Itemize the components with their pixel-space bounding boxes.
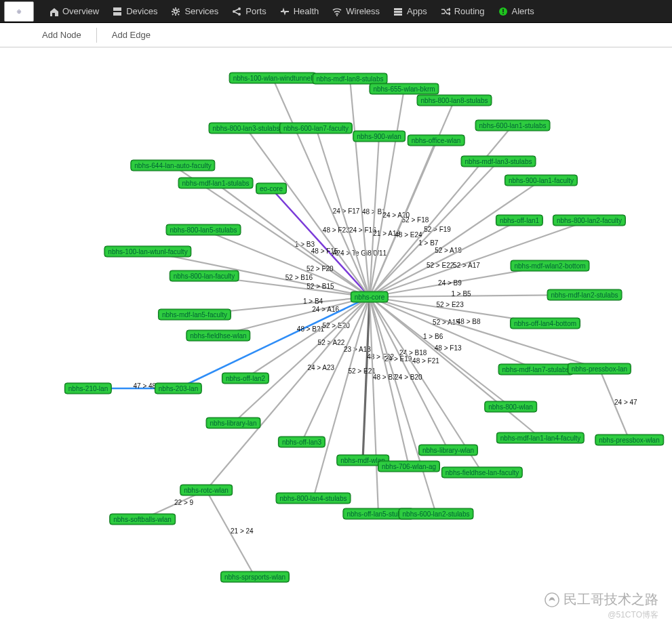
edge-label: 24 > A23 xyxy=(307,364,334,371)
edge-label: 52 > A17 xyxy=(453,262,480,269)
graph-node-nbhs-900-wlan[interactable]: nbhs-900-wlan xyxy=(353,131,406,142)
graph-node-nbhs-600-lan7-faculty[interactable]: nbhs-600-lan7-faculty xyxy=(279,123,353,134)
graph-edge[interactable] xyxy=(233,297,370,423)
edge-label: 21 > 24 xyxy=(231,527,254,535)
nav-routing[interactable]: Routing xyxy=(434,0,492,23)
nav-devices[interactable]: Devices xyxy=(106,0,164,23)
svg-point-2 xyxy=(238,7,241,10)
nav-label: Devices xyxy=(126,6,157,16)
graph-node-nbhs-core[interactable]: nbhs-core xyxy=(351,291,389,303)
nav-alerts[interactable]: Alerts xyxy=(492,0,541,23)
graph-node-nbhs-library-wlan[interactable]: nbhs-library-wlan xyxy=(418,445,478,456)
home-icon xyxy=(49,7,58,16)
nav-ports[interactable]: Ports xyxy=(225,0,273,23)
graph-node-nbhs-800-lan4-stulabs[interactable]: nbhs-800-lan4-stulabs xyxy=(276,493,351,504)
edge-label: 52 > E21 xyxy=(348,367,376,375)
graph-node-nbhs-softballs-wlan[interactable]: nbhs-softballs-wlan xyxy=(109,514,176,525)
edge-label: 52 > F20 xyxy=(307,265,334,272)
graph-node-nbhs-655-wlan-bkrm[interactable]: nbhs-655-wlan-bkrm xyxy=(369,83,439,95)
edge-label: 1 > B5 xyxy=(451,290,471,298)
graph-node-nbhs-pressbox-lan[interactable]: nbhs-pressbox-lan xyxy=(568,363,631,375)
graph-node-nbhs-210-lan[interactable]: nbhs-210-lan xyxy=(64,383,112,394)
graph-node-nbhs-off-lan4-bottom[interactable]: nbhs-off-lan4-bottom xyxy=(510,318,580,329)
svg-rect-6 xyxy=(502,9,504,12)
graph-node-nbhs-706-wlan-ag[interactable]: nbhs-706-wlan-ag xyxy=(378,461,440,472)
tasks-icon xyxy=(393,7,403,16)
nav-label: Wireless xyxy=(346,6,380,16)
nav-label: Health xyxy=(294,6,319,16)
logo[interactable]: ◎ xyxy=(4,1,34,22)
graph-node-nbhs-600-lan1-stulabs[interactable]: nbhs-600-lan1-stulabs xyxy=(475,120,551,131)
graph-node-nbhs-library-lan[interactable]: nbhs-library-lan xyxy=(206,418,261,429)
edge-label: 52 > F19 xyxy=(424,226,451,233)
edge-label: 1 > B4 xyxy=(303,298,323,305)
nav-label: Services xyxy=(184,6,218,16)
edge-label: 1 > B7 xyxy=(418,239,439,247)
graph-node-nbhs-800-lan5-stulabs[interactable]: nbhs-800-lan5-stulabs xyxy=(166,224,241,236)
edge-label: 24 > F16 xyxy=(349,226,376,234)
graph-node-nbhs-pressbox-wlan[interactable]: nbhs-pressbox-wlan xyxy=(595,434,664,446)
edge-label: 48 > F23 xyxy=(323,226,350,234)
edge-label: 48 > F15 xyxy=(311,247,338,255)
alert-icon xyxy=(498,7,508,16)
nav-overview[interactable]: Overview xyxy=(42,0,106,23)
graph-node-nbhs-mdf-lan3-stulabs[interactable]: nbhs-mdf-lan3-stulabs xyxy=(461,156,536,167)
graph-node-nbhs-off-lan1[interactable]: nbhs-off-lan1 xyxy=(496,215,543,226)
graph-node-nbhs-100-wlan-windtunnel[interactable]: nbhs-100-wlan-windtunnel xyxy=(229,73,317,84)
nav-services[interactable]: Services xyxy=(164,0,225,23)
svg-rect-7 xyxy=(502,13,504,14)
graph-node-nbhs-fieldhse-wlan[interactable]: nbhs-fieldhse-wlan xyxy=(186,330,250,342)
graph-node-nbhs-mdf-lan2-stulabs[interactable]: nbhs-mdf-lan2-stulabs xyxy=(547,289,622,301)
cogs-icon xyxy=(171,7,180,16)
network-graph[interactable]: A24 > Te Gi8/0/1124 > F1748 > B124 > A20… xyxy=(0,47,672,629)
svg-point-0 xyxy=(174,9,178,13)
wifi-icon xyxy=(332,7,342,16)
nav-wireless[interactable]: Wireless xyxy=(325,0,387,23)
graph-node-nbhs-off-lan3[interactable]: nbhs-off-lan3 xyxy=(278,437,325,448)
graph-node-nbhs-800-lan8-stulabs[interactable]: nbhs-800-lan8-stulabs xyxy=(417,95,492,106)
edge-label: 52 > F18 xyxy=(402,216,429,224)
graph-node-nbhs-644-lan-auto-faculty[interactable]: nbhs-644-lan-auto-faculty xyxy=(130,160,215,171)
edge-label: 48 > F13 xyxy=(435,344,462,352)
graph-node-nbhs-mdf-lan1-stulabs[interactable]: nbhs-mdf-lan1-stulabs xyxy=(178,178,254,189)
edge-label: 52 > A15 xyxy=(433,319,460,326)
add-edge-button[interactable]: Add Edge xyxy=(97,30,165,40)
graph-node-nbhs-800-wlan[interactable]: nbhs-800-wlan xyxy=(484,401,537,413)
graph-node-nbhs-mdf-lan7-stulabs[interactable]: nbhs-mdf-lan7-stulabs xyxy=(498,364,574,376)
edge-label: 1 > B6 xyxy=(423,333,443,340)
edge-label: 52 > B16 xyxy=(285,274,313,281)
edge-label: 24 > 47 xyxy=(614,399,637,406)
graph-node-nbhs-mdf-lan5-faculty[interactable]: nbhs-mdf-lan5-faculty xyxy=(158,309,231,321)
add-node-button[interactable]: Add Node xyxy=(27,30,96,40)
graph-node-nbhs-800-lan-faculty[interactable]: nbhs-800-lan-faculty xyxy=(170,270,239,282)
graph-node-nbhs-100-lan-wtunl-faculty[interactable]: nbhs-100-lan-wtunl-faculty xyxy=(104,246,191,258)
graph-node-nbhs-office-wlan[interactable]: nbhs-office-wlan xyxy=(408,135,465,146)
graph-node-nbhs-800-lan2-faculty[interactable]: nbhs-800-lan2-faculty xyxy=(553,215,626,226)
edge-label: 48 > E24 xyxy=(395,231,422,239)
nav-health[interactable]: Health xyxy=(273,0,326,23)
graph-node-nbhs-fieldhse-lan-faculty[interactable]: nbhs-fieldhse-lan-faculty xyxy=(441,467,523,479)
nav-apps[interactable]: Apps xyxy=(387,0,434,23)
graph-node-nbhs-off-lan2[interactable]: nbhs-off-lan2 xyxy=(222,373,269,384)
graph-node-nbhs-mdf-lan1-lan4-faculty[interactable]: nbhs-mdf-lan1-lan4-faculty xyxy=(496,432,585,444)
server-icon xyxy=(113,7,122,16)
navbar: ◎ OverviewDevicesServicesPortsHealthWire… xyxy=(0,0,672,23)
edge-label: 52 > E23 xyxy=(436,301,464,308)
graph-node-nbhs-800-lan3-stulabs[interactable]: nbhs-800-lan3-stulabs xyxy=(209,123,284,134)
edge-label: 24 > B20 xyxy=(395,373,422,381)
graph-node-nbhs-sprsports-wlan[interactable]: nbhs-sprsports-wlan xyxy=(220,571,290,583)
random-icon xyxy=(441,7,450,16)
edge-label: 52 > B15 xyxy=(307,283,334,290)
graph-node-nbhs-rotc-wlan[interactable]: nbhs-rotc-wlan xyxy=(180,485,233,496)
graph-node-eo-core[interactable]: eo-core xyxy=(256,183,287,195)
edge-label: 48 > F21 xyxy=(412,357,439,365)
graph-node-nbhs-600-lan2-stulabs[interactable]: nbhs-600-lan2-stulabs xyxy=(399,508,474,520)
nav-label: Overview xyxy=(62,6,99,16)
edge-label: 52 > A18 xyxy=(435,247,462,254)
graph-node-nbhs-900-lan1-faculty[interactable]: nbhs-900-lan1-faculty xyxy=(505,175,578,186)
graph-node-nbhs-mdf-wlan2-bottom[interactable]: nbhs-mdf-wlan2-bottom xyxy=(510,260,589,272)
graph-edge[interactable] xyxy=(363,297,370,460)
graph-node-nbhs-203-lan[interactable]: nbhs-203-lan xyxy=(155,383,202,394)
svg-point-3 xyxy=(238,13,241,16)
edge-label: 24 > B9 xyxy=(438,279,462,287)
